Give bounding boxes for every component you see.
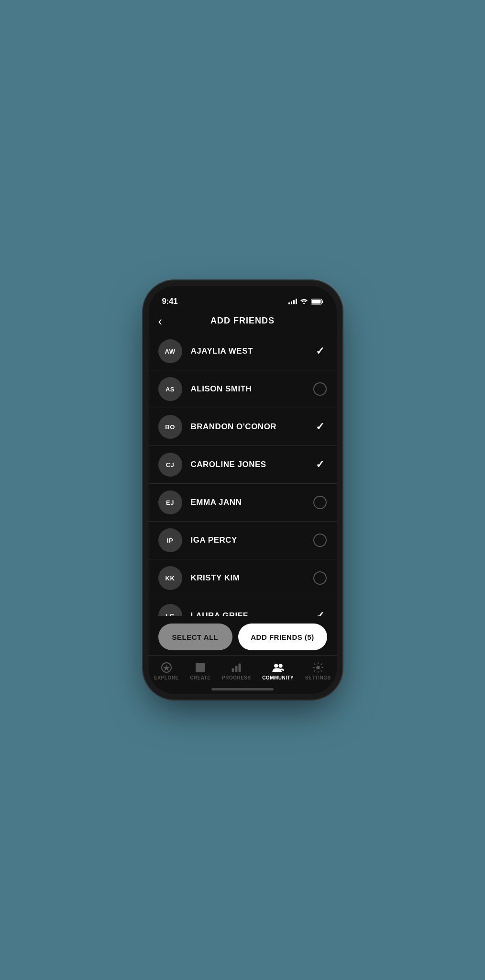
avatar: LG (158, 604, 182, 616)
selection-indicator: ✓ (313, 457, 327, 472)
tab-community[interactable]: COMMUNITY (256, 659, 299, 682)
avatar: KK (158, 566, 182, 590)
svg-rect-1 (311, 300, 320, 303)
avatar: EJ (158, 490, 182, 514)
svg-point-12 (279, 664, 282, 668)
tab-explore[interactable]: EXPLORE (149, 659, 185, 682)
friend-item[interactable]: KKKRISTY KIM (149, 559, 337, 597)
avatar: AW (158, 339, 182, 363)
friend-item[interactable]: BOBRANDON O'CONOR✓ (149, 408, 337, 446)
tab-label-community: COMMUNITY (262, 675, 294, 680)
friend-name: EMMA JANN (191, 498, 313, 507)
community-icon (272, 661, 284, 674)
unselected-circle (313, 496, 327, 509)
friend-name: KRISTY KIM (191, 573, 313, 583)
checkmark-icon: ✓ (316, 422, 324, 432)
tab-create[interactable]: CREATE (184, 659, 216, 682)
status-time: 9:41 (162, 297, 178, 306)
friend-name: ALISON SMITH (191, 384, 313, 394)
settings-icon (312, 661, 324, 674)
friend-item[interactable]: AWAJAYLIA WEST✓ (149, 333, 337, 370)
tab-settings[interactable]: SETTINGS (299, 659, 337, 682)
svg-point-11 (275, 664, 278, 668)
selection-indicator (313, 495, 327, 510)
progress-icon (230, 661, 242, 674)
wifi-icon (300, 299, 308, 304)
battery-icon (311, 299, 323, 305)
home-bar (211, 688, 274, 690)
selection-indicator (313, 382, 327, 396)
selection-indicator: ✓ (313, 344, 327, 358)
home-indicator (149, 684, 337, 694)
tab-progress[interactable]: PROGRESS (216, 659, 256, 682)
selection-indicator: ✓ (313, 420, 327, 434)
svg-point-13 (317, 666, 320, 669)
selection-indicator: ✓ (313, 609, 327, 616)
add-friends-button[interactable]: ADD FRIENDS (5) (238, 624, 327, 650)
friend-name: LAURA GRIFF (191, 611, 313, 616)
svg-marker-4 (163, 665, 170, 671)
tab-label-create: CREATE (190, 675, 210, 680)
friend-item[interactable]: LGLAURA GRIFF✓ (149, 597, 337, 616)
friend-name: IGA PERCY (191, 535, 313, 545)
friend-name: CAROLINE JONES (191, 460, 313, 469)
unselected-circle (313, 382, 327, 396)
svg-rect-2 (322, 301, 323, 303)
explore-icon (160, 661, 173, 674)
notch (212, 286, 273, 302)
phone-frame: 9:41 ‹ ADD FRIENDS AWAJAYLIA WEST✓ASALIS… (149, 286, 337, 694)
unselected-circle (313, 571, 327, 585)
status-icons (288, 299, 323, 305)
create-icon (194, 661, 207, 674)
bottom-buttons: SELECT ALL ADD FRIENDS (5) (149, 616, 337, 655)
back-button[interactable]: ‹ (158, 315, 163, 327)
checkmark-icon: ✓ (316, 459, 324, 470)
checkmark-icon: ✓ (316, 611, 324, 616)
svg-rect-10 (239, 664, 241, 672)
friend-item[interactable]: IPIGA PERCY (149, 522, 337, 559)
unselected-circle (313, 534, 327, 547)
friend-item[interactable]: EJEMMA JANN (149, 484, 337, 522)
friend-item[interactable]: CJCAROLINE JONES✓ (149, 446, 337, 484)
header: ‹ ADD FRIENDS (149, 310, 337, 333)
svg-rect-8 (232, 668, 234, 672)
tab-label-progress: PROGRESS (222, 675, 251, 680)
checkmark-icon: ✓ (316, 346, 324, 356)
avatar: BO (158, 415, 182, 439)
svg-rect-9 (235, 666, 237, 672)
page-title: ADD FRIENDS (210, 316, 275, 326)
signal-icon (288, 299, 297, 304)
friend-name: BRANDON O'CONOR (191, 422, 313, 432)
avatar: CJ (158, 453, 182, 477)
tab-label-settings: SETTINGS (305, 675, 331, 680)
friend-name: AJAYLIA WEST (191, 346, 313, 356)
selection-indicator (313, 533, 327, 547)
avatar: IP (158, 528, 182, 552)
selection-indicator (313, 571, 327, 585)
friends-list: AWAJAYLIA WEST✓ASALISON SMITHBOBRANDON O… (149, 333, 337, 616)
select-all-button[interactable]: SELECT ALL (158, 624, 232, 650)
tab-label-explore: EXPLORE (154, 675, 178, 680)
avatar: AS (158, 377, 182, 401)
tab-bar: EXPLORE CREATE PROGRESS COMMUNITY SETTIN… (149, 655, 337, 684)
friend-item[interactable]: ASALISON SMITH (149, 370, 337, 408)
